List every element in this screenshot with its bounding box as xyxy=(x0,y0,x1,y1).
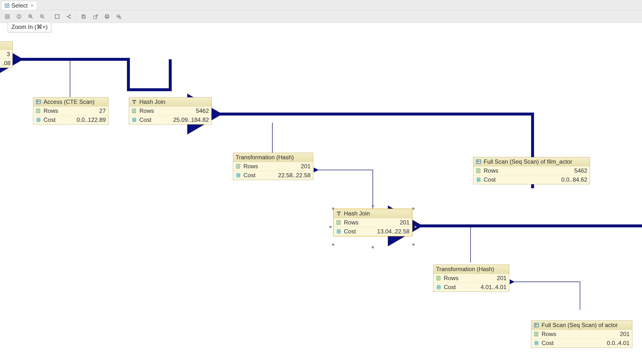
rows-icon xyxy=(436,276,442,281)
svg-line-45 xyxy=(120,18,121,19)
info-icon xyxy=(16,14,22,19)
rows-icon xyxy=(236,164,241,169)
svg-point-44 xyxy=(119,16,121,18)
node-cost-label: Cost xyxy=(444,284,456,290)
svg-line-24 xyxy=(31,17,32,18)
cost-icon xyxy=(236,173,241,178)
save-button[interactable] xyxy=(78,12,89,22)
svg-rect-22 xyxy=(19,16,19,18)
rows-icon xyxy=(336,220,342,225)
tab-select[interactable]: Select × xyxy=(2,1,37,10)
svg-line-34 xyxy=(68,15,70,16)
print-icon xyxy=(104,14,110,19)
node-transform-hash-1[interactable]: Transformation (Hash) Rows 201 Cost 22.5… xyxy=(233,153,313,180)
export-icon xyxy=(93,14,98,19)
share-button[interactable] xyxy=(64,12,74,22)
node-full-scan-actor[interactable]: Full Scan (Seq Scan) of actor Rows 201 C… xyxy=(531,320,632,348)
svg-rect-37 xyxy=(83,15,84,16)
rows-icon xyxy=(534,332,539,337)
node-rows-label: Rows xyxy=(444,275,458,282)
node-cost-label: Cost xyxy=(44,116,56,123)
table-icon xyxy=(476,159,481,164)
node-rows-label: Rows xyxy=(344,219,358,226)
cost-icon xyxy=(476,177,481,182)
node-cost-value: .08 xyxy=(2,60,10,66)
node-full-scan-film-actor[interactable]: Full Scan (Seq Scan) of film_actor Rows … xyxy=(473,157,590,184)
selection-handle[interactable] xyxy=(332,244,334,246)
node-cost-label: Cost xyxy=(484,176,496,183)
node-cost-value: 4.01..4.01 xyxy=(480,284,506,290)
plan-canvas[interactable]: 3 .08 Access (CTE Scan) Rows 27 Cost 0.0… xyxy=(0,23,642,364)
edges-layer xyxy=(0,23,642,364)
svg-point-21 xyxy=(19,15,20,16)
svg-rect-15 xyxy=(5,14,9,18)
selection-handle[interactable] xyxy=(412,244,414,246)
svg-rect-41 xyxy=(106,17,108,18)
node-transform-hash-2[interactable]: Transformation (Hash) Rows 201 Cost 4.01… xyxy=(433,264,509,292)
selection-handle[interactable] xyxy=(414,226,416,228)
zoom-out-icon xyxy=(40,14,45,19)
zoom-in-icon xyxy=(28,14,33,19)
tab-close-icon[interactable]: × xyxy=(31,2,34,9)
node-rows-value: 201 xyxy=(301,163,310,170)
fit-to-screen-button[interactable] xyxy=(52,12,62,22)
node-cost-label: Cost xyxy=(244,172,255,179)
node-title: Transformation (Hash) xyxy=(236,154,294,161)
cost-icon xyxy=(336,229,342,234)
selection-handle[interactable] xyxy=(372,246,374,248)
node-rows-value: 5462 xyxy=(574,167,587,174)
node-rows-label: Rows xyxy=(244,163,258,170)
svg-line-35 xyxy=(68,17,70,18)
node-hash-join-2[interactable]: Hash Join Rows 201 Cost 13.04..22.58 xyxy=(333,209,412,236)
node-cost-value: 22.58..22.58 xyxy=(278,172,310,179)
node-hash-join-1[interactable]: Hash Join Rows 5462 Cost 25.09..184.82 xyxy=(129,97,212,124)
node-cost-label: Cost xyxy=(344,228,356,235)
selection-handle[interactable] xyxy=(330,226,332,228)
node-rows-value: 201 xyxy=(497,275,506,282)
grid-icon xyxy=(4,14,10,19)
node-rows-value: 201 xyxy=(620,331,630,338)
node-cost-value: 13.04..22.58 xyxy=(377,228,410,235)
table-icon xyxy=(36,99,41,104)
node-title: Full Scan (Seq Scan) of actor xyxy=(542,322,618,328)
node-title: Hash Join xyxy=(344,210,370,217)
rows-icon xyxy=(36,108,41,114)
fit-to-screen-icon xyxy=(54,14,60,19)
node-rows-label: Rows xyxy=(139,108,154,114)
cost-icon xyxy=(436,284,442,290)
node-rows-value: 27 xyxy=(99,108,106,114)
node-cost-value: 0.0..84.62 xyxy=(561,176,587,183)
node-cost-value: 0.0..4.01 xyxy=(607,340,630,346)
join-icon xyxy=(336,211,342,216)
cost-icon xyxy=(534,340,539,346)
node-rows-value: 5462 xyxy=(196,108,209,114)
selection-handle[interactable] xyxy=(332,208,334,210)
table-icon xyxy=(534,322,539,328)
selection-handle[interactable] xyxy=(372,205,374,207)
node-rows-label: Rows xyxy=(542,331,556,338)
rows-icon xyxy=(132,108,137,114)
tooltip-zoom-in: Zoom In (⌘+) xyxy=(8,22,51,32)
plan-icon xyxy=(4,3,10,8)
zoom-in-button[interactable] xyxy=(25,12,36,22)
node-rows-value: 201 xyxy=(400,219,410,226)
cost-icon xyxy=(36,117,41,122)
print-button[interactable] xyxy=(102,12,112,22)
node-cost-label: Cost xyxy=(542,340,554,346)
node-rows-value: 3 xyxy=(2,51,10,58)
node-title: Access (CTE Scan) xyxy=(44,98,94,105)
grid-toggle-button[interactable] xyxy=(2,12,13,22)
node-cost-value: 25.09..184.82 xyxy=(173,116,209,123)
zoom-out-button[interactable] xyxy=(37,12,48,22)
node-rows-label: Rows xyxy=(44,108,58,114)
selection-handle[interactable] xyxy=(412,208,414,210)
node-access-cte[interactable]: Access (CTE Scan) Rows 27 Cost 0.0..122.… xyxy=(33,97,108,124)
svg-rect-36 xyxy=(83,17,85,18)
info-button[interactable] xyxy=(14,12,24,22)
node-title: Hash Join xyxy=(139,98,165,105)
export-button[interactable] xyxy=(90,12,101,22)
save-icon xyxy=(81,14,86,19)
inspect-button[interactable] xyxy=(113,12,124,22)
toolbar-separator xyxy=(76,12,76,21)
node-result-partial[interactable]: 3 .08 xyxy=(0,41,13,68)
